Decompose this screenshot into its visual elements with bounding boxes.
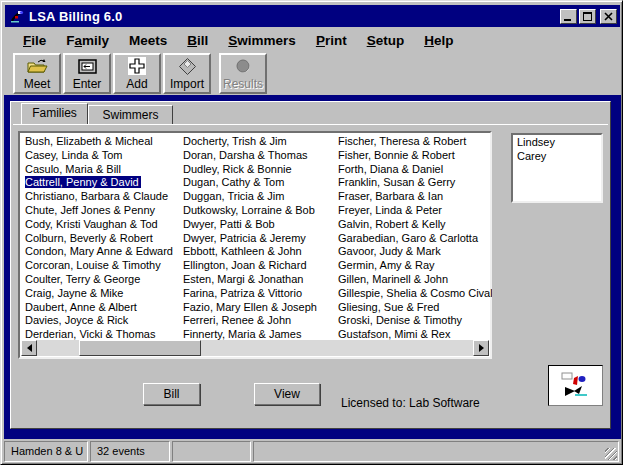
list-item[interactable]: Fischer, Theresa & Robert — [335, 135, 492, 149]
import-button[interactable]: Import — [163, 53, 211, 94]
tab-swimmers[interactable]: Swimmers — [88, 105, 173, 124]
scroll-left-button[interactable] — [21, 340, 37, 356]
add-button[interactable]: Add — [113, 53, 161, 94]
add-button-label: Add — [126, 77, 147, 91]
meet-button[interactable]: Meet — [13, 53, 61, 94]
menu-help[interactable]: Help — [414, 31, 463, 50]
list-item[interactable]: Forth, Diana & Daniel — [335, 163, 492, 177]
enter-box-icon — [78, 56, 97, 76]
toolbar: Meet Enter Add — [5, 52, 620, 95]
import-button-label: Import — [170, 77, 204, 91]
view-button[interactable]: View — [254, 383, 320, 405]
menu-setup[interactable]: Setup — [357, 31, 415, 50]
swimmers-listbox[interactable]: LindseyCarey — [511, 133, 603, 203]
list-item[interactable]: Groski, Denise & Timothy — [335, 314, 492, 328]
open-folder-icon — [26, 56, 48, 76]
close-icon — [604, 12, 613, 21]
list-item[interactable]: Condon, Mary Anne & Edward — [22, 245, 179, 259]
list-item[interactable]: Gillen, Marinell & John — [335, 273, 492, 287]
menu-file[interactable]: File — [13, 31, 56, 50]
results-button-label: Results — [223, 77, 263, 91]
list-item[interactable]: Colburn, Beverly & Robert — [22, 232, 179, 246]
maximize-button[interactable] — [579, 9, 596, 24]
list-item[interactable]: Doran, Darsha & Thomas — [180, 149, 337, 163]
diver-picture-button[interactable] — [548, 365, 603, 406]
menu-bar: File Family Meets Bill Swimmers Print Se… — [5, 29, 620, 51]
main-panel: Families Swimmers Bush, Elizabeth & Mich… — [10, 101, 611, 429]
meet-button-label: Meet — [24, 77, 51, 91]
menu-swimmers[interactable]: Swimmers — [218, 31, 306, 50]
list-item[interactable]: Esten, Margi & Jonathan — [180, 273, 337, 287]
status-bar: Hamden 8 & U 32 events — [4, 440, 621, 462]
app-diver-icon — [9, 8, 25, 24]
list-item[interactable]: Fisher, Bonnie & Robert — [335, 149, 492, 163]
list-item[interactable]: Ferreri, Renee & John — [180, 314, 337, 328]
list-item[interactable]: Dudley, Rick & Bonnie — [180, 163, 337, 177]
menu-print[interactable]: Print — [306, 31, 357, 50]
status-panel-3 — [172, 441, 251, 462]
scroll-right-button[interactable] — [473, 340, 489, 356]
list-item[interactable]: Casey, Linda & Tom — [22, 149, 179, 163]
list-item[interactable]: Davies, Joyce & Rick — [22, 314, 179, 328]
horizontal-scrollbar[interactable] — [21, 340, 489, 356]
list-item[interactable]: Farina, Patriza & Vittorio — [180, 287, 337, 301]
close-button[interactable] — [600, 9, 617, 24]
tab-families[interactable]: Families — [21, 103, 88, 124]
list-item[interactable]: Daubert, Anne & Albert — [22, 301, 179, 315]
title-bar[interactable]: LSA Billing 6.0 — [5, 5, 620, 27]
list-item[interactable]: Cody, Kristi Vaughan & Tod — [22, 218, 179, 232]
list-item[interactable]: Freyer, Linda & Peter — [335, 204, 492, 218]
list-item[interactable]: Bush, Elizabeth & Micheal — [22, 135, 179, 149]
list-item[interactable]: Ellington, Joan & Richard — [180, 259, 337, 273]
list-item[interactable]: Docherty, Trish & Jim — [180, 135, 337, 149]
families-column-3: Fischer, Theresa & RobertFisher, Bonnie … — [335, 135, 492, 342]
list-item[interactable]: Chute, Jeff Jones & Penny — [22, 204, 179, 218]
menu-family[interactable]: Family — [56, 31, 119, 50]
arrow-left-icon — [27, 344, 32, 352]
plus-icon — [128, 56, 146, 76]
list-item[interactable]: Dutkowsky, Lorraine & Bob — [180, 204, 337, 218]
families-column-1: Bush, Elizabeth & MichealCasey, Linda & … — [22, 135, 179, 342]
list-item[interactable]: Dwyer, Patti & Bob — [180, 218, 337, 232]
resize-grip[interactable] — [605, 448, 617, 460]
app-window: LSA Billing 6.0 File Family Meets Bill S… — [0, 0, 623, 465]
record-dot-icon — [234, 56, 252, 76]
menu-meets[interactable]: Meets — [119, 31, 177, 50]
list-item[interactable]: Corcoran, Louise & Timothy — [22, 259, 179, 273]
list-item[interactable]: Duggan, Tricia & Jim — [180, 190, 337, 204]
list-item[interactable]: Ebbott, Kathleen & John — [180, 245, 337, 259]
list-item[interactable]: Gillespie, Shelia & Cosmo Cival — [335, 287, 492, 301]
diskette-icon — [178, 56, 197, 76]
list-item[interactable]: Garabedian, Garo & Carlotta — [335, 232, 492, 246]
list-item[interactable]: Casulo, Maria & Bill — [22, 163, 179, 177]
list-item[interactable]: Christiano, Barbara & Claude — [22, 190, 179, 204]
minimize-button[interactable] — [560, 9, 577, 24]
list-item[interactable]: Germin, Amy & Ray — [335, 259, 492, 273]
list-item[interactable]: Gavoor, Judy & Mark — [335, 245, 492, 259]
minimize-icon — [564, 12, 573, 21]
enter-button[interactable]: Enter — [63, 53, 111, 94]
scrollbar-thumb[interactable] — [79, 340, 201, 356]
list-item[interactable]: Fazio, Mary Ellen & Joseph — [180, 301, 337, 315]
status-team: Hamden 8 & U — [4, 441, 88, 462]
list-item[interactable]: Dwyer, Patricia & Jeremy — [180, 232, 337, 246]
list-item[interactable]: Fraser, Barbara & Ian — [335, 190, 492, 204]
list-item[interactable]: Galvin, Robert & Kelly — [335, 218, 492, 232]
menu-bill[interactable]: Bill — [177, 31, 218, 50]
list-item[interactable]: Coulter, Terry & George — [22, 273, 179, 287]
list-item[interactable]: Craig, Jayne & Mike — [22, 287, 179, 301]
status-events: 32 events — [90, 441, 170, 462]
list-item[interactable]: Franklin, Susan & Gerry — [335, 176, 492, 190]
list-item[interactable]: Dugan, Cathy & Tom — [180, 176, 337, 190]
families-column-2: Docherty, Trish & JimDoran, Darsha & Tho… — [180, 135, 337, 342]
maximize-icon — [583, 12, 592, 21]
results-button: Results — [219, 53, 267, 94]
list-item[interactable]: Gliesing, Sue & Fred — [335, 301, 492, 315]
list-item[interactable]: Lindsey — [514, 136, 601, 150]
bill-button[interactable]: Bill — [143, 383, 200, 405]
license-text: Licensed to: Lab Software — [341, 396, 480, 410]
list-item[interactable]: Carey — [514, 150, 601, 164]
arrow-right-icon — [479, 344, 484, 352]
list-item[interactable]: Cattrell, Penny & David — [22, 176, 179, 190]
families-listbox[interactable]: Bush, Elizabeth & MichealCasey, Linda & … — [18, 131, 492, 359]
